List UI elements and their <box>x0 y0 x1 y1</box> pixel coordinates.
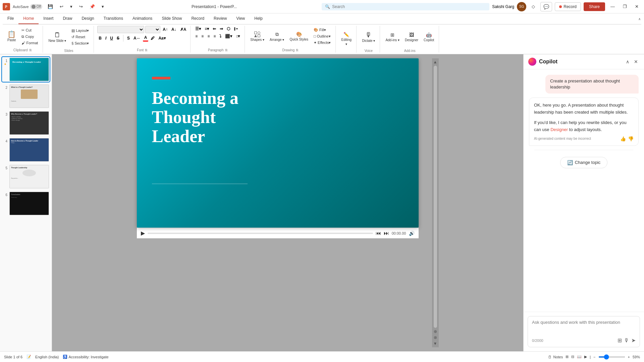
drawing-expand[interactable]: ⎘ <box>296 48 299 53</box>
bold-button[interactable]: B <box>97 35 103 41</box>
dictate-button[interactable]: 🎙 Dictate ▾ <box>360 30 377 44</box>
change-case-button[interactable]: Aa▾ <box>157 35 167 41</box>
zoom-in-button[interactable]: ⊕ <box>434 329 437 334</box>
zoom-reset-button[interactable]: ⊗ <box>434 335 437 340</box>
more-button[interactable]: ▾ <box>99 3 107 10</box>
undo-button[interactable]: ↩ <box>57 3 66 10</box>
reset-button[interactable]: ↺ Reset <box>69 34 91 40</box>
scroll-down-button[interactable]: ▼ <box>433 341 437 346</box>
shape-outline-button[interactable]: □ Outline▾ <box>312 34 333 39</box>
tab-record[interactable]: Record <box>186 13 209 24</box>
italic-button[interactable]: I <box>104 35 108 41</box>
tab-view[interactable]: View <box>231 13 250 24</box>
cut-button[interactable]: ✂Cut <box>19 27 40 33</box>
text-direction-button[interactable]: ⤵ <box>218 33 223 39</box>
justify-button[interactable]: ≡ <box>212 33 217 39</box>
shape-fill-button[interactable]: 🎨 Fill▾ <box>312 27 333 33</box>
copilot-ribbon-button[interactable]: 🤖 Copilot <box>422 31 436 43</box>
paragraph-expand[interactable]: ⎘ <box>225 48 228 53</box>
format-painter-button[interactable]: 🖌Format <box>19 40 40 46</box>
tab-design[interactable]: Design <box>77 13 99 24</box>
thumbs-down-button[interactable]: 👎 <box>628 136 634 141</box>
clipboard-expand[interactable]: ⎘ <box>29 48 32 53</box>
slide-thumb-6[interactable]: 6 Conclusion Summary... <box>2 191 50 216</box>
addins-button[interactable]: ⊞ Add-ins ▾ <box>383 31 401 43</box>
scroll-up-button[interactable]: ▲ <box>433 60 437 64</box>
share-button[interactable]: Share <box>584 2 605 11</box>
close-button[interactable]: ✕ <box>632 3 641 10</box>
numbered-list-button[interactable]: ≡▾ <box>203 26 210 32</box>
volume-button[interactable]: 🔊 <box>409 231 415 236</box>
copy-button[interactable]: ⧉Copy <box>19 34 40 40</box>
zoom-in-status-button[interactable]: + <box>628 355 630 359</box>
tab-insert[interactable]: Insert <box>39 13 58 24</box>
slide-sorter-button[interactable]: ⊟ <box>571 355 574 359</box>
slide-thumb-4[interactable]: 4 How to Become a Thought Leader Steps..… <box>2 137 50 162</box>
tab-slideshow[interactable]: Slide Show <box>157 13 186 24</box>
voice-input-button[interactable]: 🎙 <box>624 338 629 344</box>
tab-draw[interactable]: Draw <box>58 13 77 24</box>
font-family-select[interactable] <box>97 26 144 33</box>
tab-review[interactable]: Review <box>209 13 231 24</box>
underline-button[interactable]: U <box>109 35 114 41</box>
clear-format-button[interactable]: ✗A <box>179 26 188 33</box>
font-color-button[interactable]: A <box>143 35 149 42</box>
accessibility-button[interactable]: ♿ Accessibility: Investigate <box>63 355 108 359</box>
copilot-close-button[interactable]: ✕ <box>633 58 639 65</box>
next-button[interactable]: ⏭ <box>384 230 389 236</box>
character-spacing-button[interactable]: A↔ <box>132 35 142 41</box>
slide-thumb-2[interactable]: 2 What is a Thought Leader? Content... <box>2 84 50 109</box>
zoom-slider[interactable] <box>598 356 625 358</box>
line-spacing-button[interactable]: ↕▾ <box>234 33 241 39</box>
avatar[interactable]: SG <box>517 2 526 11</box>
ribbon-collapse-button[interactable]: ∧ <box>638 13 641 24</box>
slide-thumb-3[interactable]: 3 Why Become a Thought Leader? • Build c… <box>2 111 50 135</box>
minimize-button[interactable]: — <box>608 3 618 10</box>
record-button[interactable]: Record <box>555 2 581 11</box>
tab-transitions[interactable]: Transitions <box>99 13 128 24</box>
editing-button[interactable]: ✏️ Editing ▾ <box>339 31 354 47</box>
normal-view-button[interactable]: ⊞ <box>566 355 569 359</box>
attach-button[interactable]: ⊞ <box>618 337 622 344</box>
submit-button[interactable]: ➤ <box>631 337 636 344</box>
customize-button[interactable]: 📌 <box>87 3 98 10</box>
copilot-collapse-button[interactable]: ∧ <box>625 58 631 65</box>
slide-canvas[interactable]: Becoming a Thought Leader <box>137 58 419 228</box>
zoom-out-button[interactable]: − <box>593 355 595 359</box>
paste-button[interactable]: 📋 Paste <box>5 29 18 43</box>
tab-file[interactable]: File <box>3 13 18 24</box>
progress-bar[interactable] <box>148 233 373 234</box>
slide-thumb-5[interactable]: 5 Thought Leadership Key points... <box>2 164 50 189</box>
slide-thumb-1[interactable]: 1 ★ Becoming a Thought Leader <box>2 57 50 82</box>
play-button[interactable]: ▶ <box>141 230 145 236</box>
maximize-button[interactable]: ❐ <box>620 3 630 10</box>
font-expand[interactable]: ⎘ <box>145 48 148 53</box>
text-shadow-button[interactable]: S <box>126 35 131 41</box>
font-size-select[interactable] <box>145 26 160 33</box>
shape-effects-button[interactable]: ✦ Effects▾ <box>312 40 333 46</box>
designer-link[interactable]: Designer <box>550 127 568 132</box>
copilot-textarea[interactable] <box>532 320 636 335</box>
smart-art-button[interactable]: ⬡ <box>225 26 231 32</box>
decrease-font-button[interactable]: A↓ <box>170 26 178 33</box>
align-right-button[interactable]: ≡ <box>206 33 211 39</box>
section-button[interactable]: § Section▾ <box>69 41 91 46</box>
shapes-button[interactable]: Shapes ▾ <box>248 30 266 43</box>
quick-styles-button[interactable]: 🎨 Quick Styles <box>287 30 310 43</box>
bullet-list-button[interactable]: ☰▾ <box>194 26 202 32</box>
layout-button[interactable]: ▤ Layout▾ <box>69 28 91 34</box>
search-input[interactable] <box>332 4 486 9</box>
align-left-button[interactable]: ≡ <box>194 33 199 39</box>
reading-view-button[interactable]: 📖 <box>577 355 582 359</box>
highlight-button[interactable]: 🖊 <box>149 35 156 41</box>
save-button[interactable]: 💾 <box>45 3 56 10</box>
tab-home[interactable]: Home <box>18 13 39 24</box>
undo-dropdown[interactable]: ▾ <box>67 3 75 10</box>
scrollbar-track[interactable] <box>434 66 437 328</box>
indent-more-button[interactable]: ⇒ <box>218 26 224 32</box>
slideshow-button[interactable]: ▶ <box>584 355 587 359</box>
strikethrough-button[interactable]: S <box>115 35 121 41</box>
notes-button[interactable]: 🗒 Notes <box>548 355 563 359</box>
columns-button[interactable]: ⫿▾ <box>232 26 239 32</box>
change-topic-button[interactable]: 🔄 Change topic <box>560 157 608 168</box>
